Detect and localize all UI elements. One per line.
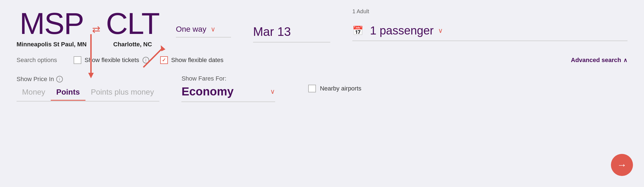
calendar-icon: 📅 (352, 25, 363, 36)
passenger-selector[interactable]: 📅 1 passenger ∨ (352, 24, 627, 41)
flexible-dates-checkbox[interactable]: ✓ (160, 56, 168, 64)
fares-chevron-icon: ∨ (270, 88, 275, 95)
trip-type-selector[interactable]: One way ∨ (176, 25, 231, 38)
airport-section: MSP Minneapolis St Paul, MN ⇄ CLT Charlo… (17, 8, 159, 48)
flexible-tickets-info-icon[interactable]: i (143, 57, 149, 63)
date-section: Mar 13 (253, 8, 330, 45)
passenger-chevron-icon: ∨ (438, 27, 443, 34)
submit-button[interactable]: → (611, 154, 633, 176)
origin-code[interactable]: MSP (20, 8, 84, 39)
flexible-dates-label: Show flexible dates (171, 57, 224, 64)
price-tab-money[interactable]: Money (17, 86, 51, 100)
passenger-section: 1 Adult 📅 1 passenger ∨ (352, 8, 627, 44)
show-fares-label: Show Fares For: (181, 75, 275, 82)
flexible-tickets-group: Show flexible tickets i (74, 56, 149, 64)
advanced-search-link[interactable]: Advanced search ∧ (571, 57, 627, 64)
passenger-meta: 1 Adult (352, 8, 627, 15)
advanced-search-label: Advanced search (571, 57, 621, 64)
fares-selector[interactable]: Economy ∨ (181, 85, 275, 102)
bottom-row: Show Price In i Money Points Points plus… (17, 75, 627, 102)
main-container: MSP Minneapolis St Paul, MN ⇄ CLT Charlo… (0, 0, 644, 187)
flexible-dates-group: ✓ Show flexible dates (160, 56, 224, 64)
checkbox-check-icon: ✓ (162, 57, 166, 63)
destination-name: Charlotte, NC (113, 41, 152, 48)
fares-value: Economy (181, 85, 266, 98)
flexible-tickets-label: Show flexible tickets (85, 57, 139, 64)
date-display[interactable]: Mar 13 (253, 25, 330, 42)
passenger-header-area: 1 Adult 📅 1 passenger ∨ (352, 8, 627, 41)
search-options-label: Search options (17, 57, 57, 64)
nearby-airports-label: Nearby airports (320, 85, 361, 92)
flexible-tickets-checkbox[interactable] (74, 56, 81, 64)
nearby-airports-checkbox[interactable] (308, 85, 316, 92)
origin-block: MSP Minneapolis St Paul, MN (17, 8, 87, 48)
nearby-airports-section: Nearby airports (308, 85, 361, 92)
trip-type-chevron-icon: ∨ (211, 25, 216, 33)
swap-icon[interactable]: ⇄ (92, 24, 100, 35)
submit-arrow-icon: → (617, 159, 627, 171)
price-tab-points[interactable]: Points (51, 86, 85, 100)
price-tab-points-plus-money[interactable]: Points plus money (85, 86, 160, 100)
destination-code[interactable]: CLT (106, 8, 159, 39)
advanced-search-chevron-icon: ∧ (623, 57, 627, 63)
trip-type-label: One way (176, 25, 206, 34)
show-price-info-icon[interactable]: i (56, 76, 63, 82)
price-tabs: Money Points Points plus money (17, 86, 159, 101)
show-price-label: Show Price In i (17, 76, 159, 83)
destination-block: CLT Charlotte, NC (106, 8, 159, 48)
trip-type-section: One way ∨ (176, 8, 231, 40)
passenger-label: 1 passenger (370, 24, 434, 37)
top-row: MSP Minneapolis St Paul, MN ⇄ CLT Charlo… (17, 8, 627, 48)
search-options-row: Search options Show flexible tickets i ✓… (17, 56, 627, 64)
origin-name: Minneapolis St Paul, MN (17, 41, 87, 48)
show-price-section: Show Price In i Money Points Points plus… (17, 76, 159, 101)
show-fares-section: Show Fares For: Economy ∨ (181, 75, 275, 102)
